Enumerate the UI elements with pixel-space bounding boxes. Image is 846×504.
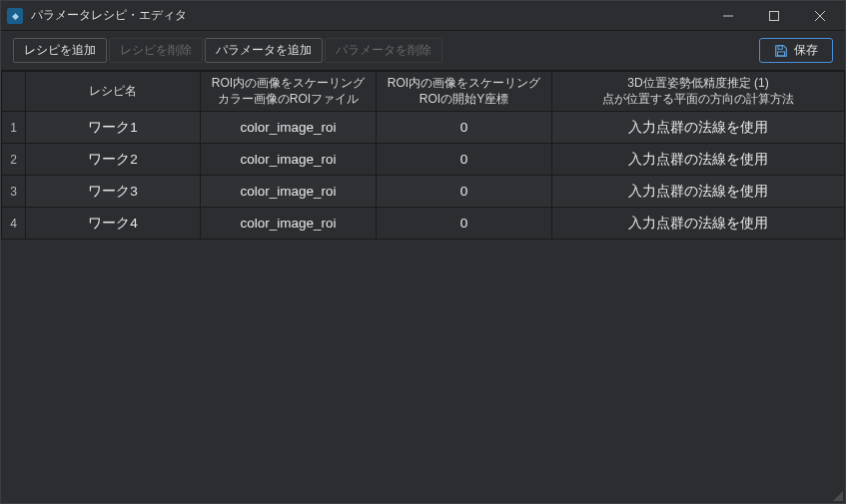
header-recipe-name[interactable]: レシピ名 [26, 72, 201, 112]
cell-roi-starty[interactable]: 0 [377, 112, 552, 144]
cell-roi-starty[interactable]: 0 [377, 144, 552, 176]
recipe-table: レシピ名 ROI内の画像をスケーリング カラー画像のROIファイル ROI内の画… [1, 71, 845, 240]
header-col4-line2: 点が位置する平面の方向の計算方法 [602, 92, 794, 106]
app-icon: ◆ [7, 8, 23, 24]
svg-rect-1 [770, 11, 779, 20]
header-rownum[interactable] [2, 72, 26, 112]
delete-parameter-button[interactable]: パラメータを削除 [325, 38, 442, 63]
header-roi-starty[interactable]: ROI内の画像をスケーリング ROIの開始Y座標 [377, 72, 552, 112]
delete-recipe-button[interactable]: レシピを削除 [109, 38, 203, 63]
titlebar: ◆ パラメータレシピ・エディタ [1, 1, 845, 31]
close-icon [815, 11, 825, 21]
cell-roi-starty[interactable]: 0 [377, 208, 552, 240]
header-col4-line1: 3D位置姿勢低精度推定 (1) [627, 76, 768, 90]
table-row[interactable]: 1ワーク1color_image_roi0入力点群の法線を使用 [2, 112, 845, 144]
add-parameter-button[interactable]: パラメータを追加 [205, 38, 323, 63]
cell-calc-method[interactable]: 入力点群の法線を使用 [552, 144, 845, 176]
save-icon [774, 44, 788, 58]
cell-roi-file[interactable]: color_image_roi [201, 112, 377, 144]
cell-calc-method[interactable]: 入力点群の法線を使用 [552, 112, 845, 144]
editor-window: ◆ パラメータレシピ・エディタ レシピを追加 レシピを削除 パラメータを追加 パ… [0, 0, 846, 504]
cell-roi-file[interactable]: color_image_roi [201, 208, 377, 240]
close-button[interactable] [797, 1, 843, 31]
header-row: レシピ名 ROI内の画像をスケーリング カラー画像のROIファイル ROI内の画… [2, 72, 845, 112]
row-index[interactable]: 3 [2, 176, 26, 208]
cell-calc-method[interactable]: 入力点群の法線を使用 [552, 176, 845, 208]
window-title: パラメータレシピ・エディタ [31, 7, 705, 24]
header-col3-line2: ROIの開始Y座標 [420, 92, 508, 106]
cell-roi-file[interactable]: color_image_roi [201, 144, 377, 176]
row-index[interactable]: 1 [2, 112, 26, 144]
cell-roi-starty[interactable]: 0 [377, 176, 552, 208]
window-controls [705, 1, 843, 31]
table-row[interactable]: 3ワーク3color_image_roi0入力点群の法線を使用 [2, 176, 845, 208]
svg-rect-5 [778, 51, 785, 55]
header-calc-method[interactable]: 3D位置姿勢低精度推定 (1) 点が位置する平面の方向の計算方法 [552, 72, 845, 112]
header-roi-file[interactable]: ROI内の画像をスケーリング カラー画像のROIファイル [201, 72, 377, 112]
row-index[interactable]: 2 [2, 144, 26, 176]
cell-recipe-name[interactable]: ワーク4 [26, 208, 201, 240]
save-label: 保存 [794, 42, 818, 59]
save-button[interactable]: 保存 [759, 38, 833, 63]
cell-roi-file[interactable]: color_image_roi [201, 176, 377, 208]
minimize-icon [723, 11, 733, 21]
cell-recipe-name[interactable]: ワーク2 [26, 144, 201, 176]
cell-calc-method[interactable]: 入力点群の法線を使用 [552, 208, 845, 240]
table-row[interactable]: 2ワーク2color_image_roi0入力点群の法線を使用 [2, 144, 845, 176]
maximize-button[interactable] [751, 1, 797, 31]
row-index[interactable]: 4 [2, 208, 26, 240]
table-row[interactable]: 4ワーク4color_image_roi0入力点群の法線を使用 [2, 208, 845, 240]
header-col3-line1: ROI内の画像をスケーリング [388, 76, 540, 90]
add-recipe-button[interactable]: レシピを追加 [13, 38, 107, 63]
header-recipe-name-text: レシピ名 [89, 84, 137, 98]
resize-grip-icon[interactable] [831, 489, 843, 501]
table-area[interactable]: レシピ名 ROI内の画像をスケーリング カラー画像のROIファイル ROI内の画… [1, 71, 845, 503]
maximize-icon [769, 11, 779, 21]
header-col2-line1: ROI内の画像をスケーリング [212, 76, 365, 90]
toolbar: レシピを追加 レシピを削除 パラメータを追加 パラメータを削除 保存 [1, 31, 845, 71]
table-body: 1ワーク1color_image_roi0入力点群の法線を使用2ワーク2colo… [2, 112, 845, 240]
cell-recipe-name[interactable]: ワーク1 [26, 112, 201, 144]
cell-recipe-name[interactable]: ワーク3 [26, 176, 201, 208]
minimize-button[interactable] [705, 1, 751, 31]
header-col2-line2: カラー画像のROIファイル [218, 92, 359, 106]
